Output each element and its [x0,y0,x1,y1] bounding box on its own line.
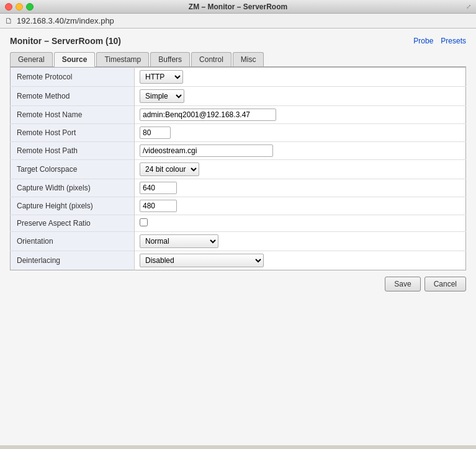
field-label-orientation: Orientation [11,232,135,251]
titlebar: ZM – Monitor – ServerRoom ⤢ [0,0,476,14]
maximize-button[interactable] [26,3,34,11]
field-value-preserve-aspect [135,215,466,232]
tab-source[interactable]: Source [54,52,96,67]
field-value-deinterlacing: Disabled Enabled (Four field) Enabled (T… [135,251,466,270]
field-label-remote-protocol: Remote Protocol [11,68,135,87]
tab-control[interactable]: Control [191,52,231,66]
minimize-button[interactable] [16,3,23,11]
field-label-target-colorspace: Target Colorspace [11,160,135,179]
field-label-capture-width: Capture Width (pixels) [11,179,135,197]
field-value-remote-host-port [135,124,466,142]
table-row: Capture Width (pixels) [11,179,466,197]
field-value-remote-protocol: HTTP HTTPS FTP RTSP [135,68,466,87]
probe-link[interactable]: Probe [413,37,433,45]
field-value-orientation: Normal Rotated 90° CW Rotated 90° CCW Ro… [135,232,466,251]
field-value-capture-width [135,179,466,197]
tab-general[interactable]: General [10,52,53,66]
window-title: ZM – Monitor – ServerRoom [189,2,287,11]
capture-height-input[interactable] [140,200,177,212]
table-row: Capture Height (pixels) [11,197,466,215]
tab-buffers[interactable]: Buffers [150,52,190,66]
table-row: Preserve Aspect Ratio [11,215,466,232]
addressbar: 🗋 192.168.3.40/zm/index.php [0,14,476,29]
field-value-remote-host-name [135,106,466,124]
field-label-preserve-aspect: Preserve Aspect Ratio [11,215,135,232]
field-label-capture-height: Capture Height (pixels) [11,197,135,215]
field-label-remote-host-path: Remote Host Path [11,142,135,160]
remote-host-name-input[interactable] [140,109,276,121]
field-value-capture-height [135,197,466,215]
presets-link[interactable]: Presets [441,37,466,45]
preserve-aspect-checkbox[interactable] [140,218,148,226]
remote-protocol-select[interactable]: HTTP HTTPS FTP RTSP [140,70,183,84]
table-row: Remote Host Name [11,106,466,124]
header-links: Probe Presets [413,37,466,45]
field-value-remote-method: Simple Regexp [135,87,466,106]
close-button[interactable] [5,3,12,11]
url-display: 192.168.3.40/zm/index.php [17,16,114,25]
remote-host-port-input[interactable] [140,127,171,139]
remote-method-select[interactable]: Simple Regexp [140,89,184,103]
page-title: Monitor – ServerRoom (10) [10,36,121,46]
table-row: Remote Method Simple Regexp [11,87,466,106]
target-colorspace-select[interactable]: 24 bit colour 32 bit colour 8 bit grey [140,162,199,176]
buttons-row: Save Cancel [10,277,466,291]
remote-host-path-input[interactable] [140,144,273,157]
table-row: Orientation Normal Rotated 90° CW Rotate… [11,232,466,251]
resize-icon[interactable]: ⤢ [466,3,471,10]
table-row: Remote Protocol HTTP HTTPS FTP RTSP [11,68,466,87]
tab-timestamp[interactable]: Timestamp [96,52,149,66]
window-controls[interactable] [5,3,34,11]
form-table: Remote Protocol HTTP HTTPS FTP RTSP Remo… [10,67,466,270]
orientation-select[interactable]: Normal Rotated 90° CW Rotated 90° CCW Ro… [140,234,218,248]
tabs-container: General Source Timestamp Buffers Control… [10,52,466,67]
save-button[interactable]: Save [385,277,420,291]
tab-misc[interactable]: Misc [233,52,264,66]
field-value-remote-host-path [135,142,466,160]
table-row: Target Colorspace 24 bit colour 32 bit c… [11,160,466,179]
table-row: Deinterlacing Disabled Enabled (Four fie… [11,251,466,270]
capture-width-input[interactable] [140,182,177,194]
table-row: Remote Host Path [11,142,466,160]
cancel-button[interactable]: Cancel [424,277,466,291]
main-content: Monitor – ServerRoom (10) Probe Presets … [0,29,476,445]
deinterlacing-select[interactable]: Disabled Enabled (Four field) Enabled (T… [140,254,264,267]
field-label-remote-method: Remote Method [11,87,135,106]
page-icon: 🗋 [5,16,13,25]
table-row: Remote Host Port [11,124,466,142]
field-value-target-colorspace: 24 bit colour 32 bit colour 8 bit grey [135,160,466,179]
field-label-remote-host-port: Remote Host Port [11,124,135,142]
field-label-remote-host-name: Remote Host Name [11,106,135,124]
page-header: Monitor – ServerRoom (10) Probe Presets [10,36,466,46]
field-label-deinterlacing: Deinterlacing [11,251,135,270]
